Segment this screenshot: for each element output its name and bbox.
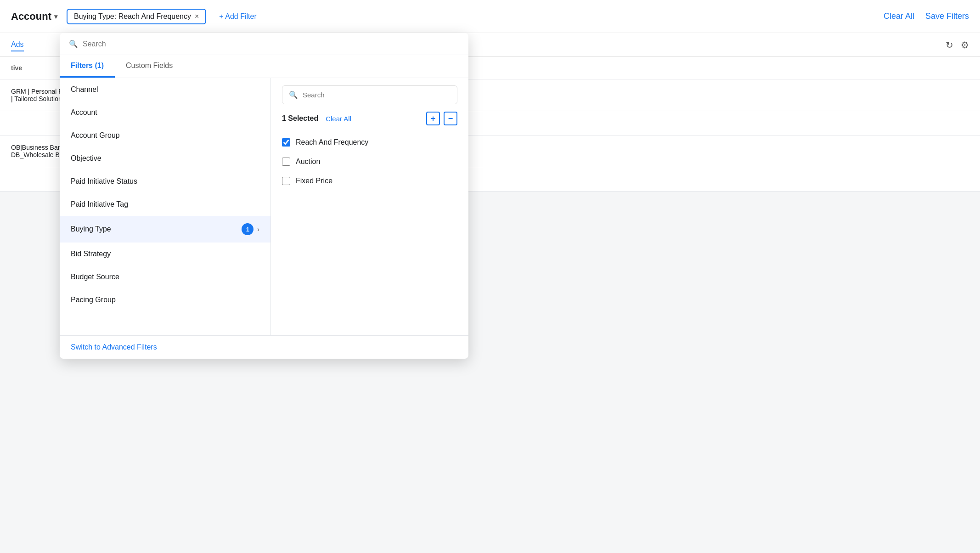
chevron-right-icon: › xyxy=(257,226,259,233)
selected-count: 1 Selected xyxy=(282,114,318,123)
dropdown-search-input[interactable] xyxy=(83,40,459,48)
option-reach-and-frequency: Reach And Frequency xyxy=(282,133,457,152)
filter-item-paid-initiative-tag[interactable]: Paid Initiative Tag xyxy=(60,193,270,216)
filter-options-search-bar: 🔍 xyxy=(282,85,457,104)
selected-header-actions: + − xyxy=(426,112,457,125)
filter-item-bid-strategy[interactable]: Bid Strategy xyxy=(60,243,270,265)
options-search-icon: 🔍 xyxy=(289,90,298,99)
remove-all-button[interactable]: − xyxy=(444,112,457,125)
settings-button[interactable]: ⚙ xyxy=(961,40,969,51)
filter-item-account-group[interactable]: Account Group xyxy=(60,124,270,147)
filter-options: 🔍 1 Selected Clear All + − Reach And Fre… xyxy=(271,78,468,335)
tab-custom-fields[interactable]: Custom Fields xyxy=(115,55,184,78)
buying-type-filter-chip[interactable]: Buying Type: Reach And Frequency × xyxy=(67,9,206,24)
add-all-button[interactable]: + xyxy=(426,112,440,125)
search-icon: 🔍 xyxy=(69,40,78,48)
filter-list: Channel Account Account Group Objective … xyxy=(60,78,271,335)
filter-item-paid-initiative-status[interactable]: Paid Initiative Status xyxy=(60,170,270,193)
save-filters-button[interactable]: Save Filters xyxy=(925,11,969,21)
filter-item-account[interactable]: Account xyxy=(60,101,270,124)
dropdown-tabs: Filters (1) Custom Fields xyxy=(60,55,468,78)
filter-item-channel[interactable]: Channel xyxy=(60,78,270,101)
account-dropdown[interactable]: Account ▾ xyxy=(11,11,57,23)
filter-item-right: 1 › xyxy=(242,223,259,235)
filter-dropdown-panel: 🔍 Filters (1) Custom Fields Channel Acco… xyxy=(60,33,468,359)
sub-nav-ads[interactable]: Ads xyxy=(11,39,24,51)
option-auction: Auction xyxy=(282,152,457,171)
clear-all-button[interactable]: Clear All xyxy=(884,11,914,21)
add-filter-button[interactable]: + Add Filter xyxy=(212,10,264,23)
top-bar-actions: Clear All Save Filters xyxy=(884,11,969,21)
option-auction-label: Auction xyxy=(296,158,320,166)
options-search-input[interactable] xyxy=(303,91,451,99)
account-label: Account xyxy=(11,11,51,23)
filter-item-objective[interactable]: Objective xyxy=(60,147,270,170)
selected-header: 1 Selected Clear All + − xyxy=(282,112,457,125)
option-reach-and-frequency-checkbox[interactable] xyxy=(282,138,290,147)
dropdown-search-bar: 🔍 xyxy=(60,33,468,55)
dropdown-body: Channel Account Account Group Objective … xyxy=(60,78,468,335)
advanced-filters-link[interactable]: Switch to Advanced Filters xyxy=(71,343,157,351)
top-bar: Account ▾ Buying Type: Reach And Frequen… xyxy=(0,0,980,33)
filter-item-buying-type[interactable]: Buying Type 1 › xyxy=(60,216,270,243)
buying-type-badge: 1 xyxy=(242,223,253,235)
tab-filters[interactable]: Filters (1) xyxy=(60,55,115,78)
filter-chip-label: Buying Type: Reach And Frequency xyxy=(74,12,191,21)
option-fixed-price-label: Fixed Price xyxy=(296,177,332,185)
options-clear-all-link[interactable]: Clear All xyxy=(326,115,351,123)
filter-item-pacing-group[interactable]: Pacing Group xyxy=(60,288,270,311)
option-reach-and-frequency-label: Reach And Frequency xyxy=(296,138,368,147)
refresh-button[interactable]: ↻ xyxy=(946,40,953,51)
account-chevron-icon: ▾ xyxy=(54,13,57,20)
filter-item-budget-source[interactable]: Budget Source xyxy=(60,265,270,288)
filter-chip-close-icon[interactable]: × xyxy=(195,12,199,21)
option-auction-checkbox[interactable] xyxy=(282,158,290,166)
sub-nav-actions: ↻ ⚙ xyxy=(946,40,969,51)
option-fixed-price-checkbox[interactable] xyxy=(282,177,290,185)
option-fixed-price: Fixed Price xyxy=(282,171,457,191)
dropdown-footer: Switch to Advanced Filters xyxy=(60,335,468,359)
